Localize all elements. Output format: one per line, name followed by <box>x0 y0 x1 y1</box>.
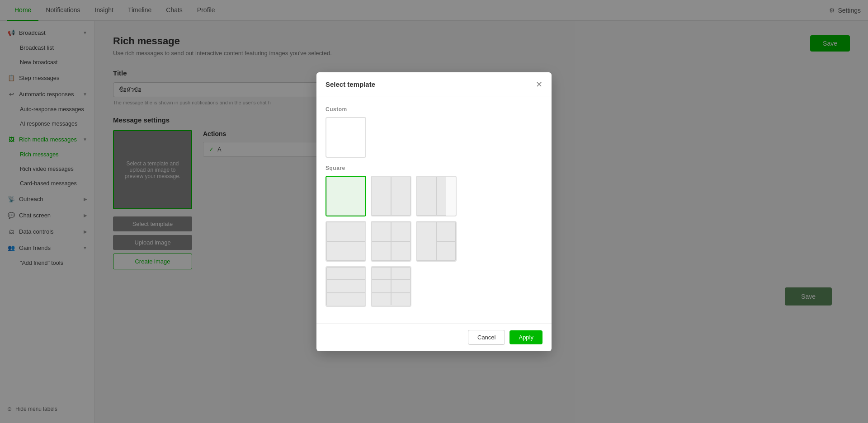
custom-templates <box>326 117 542 158</box>
select-template-modal: Select template ✕ Custom Square <box>316 72 552 351</box>
custom-section: Custom <box>326 106 542 158</box>
template-square-single[interactable] <box>326 176 366 216</box>
square-row-2 <box>326 221 542 262</box>
template-square-3rows[interactable] <box>326 266 366 307</box>
template-cell <box>326 222 365 241</box>
template-cell <box>436 241 456 261</box>
template-square-2x2[interactable] <box>371 221 411 262</box>
square-section: Square <box>326 165 542 307</box>
apply-button[interactable]: Apply <box>509 330 542 344</box>
template-cell <box>372 241 391 261</box>
template-square-1big-2right[interactable] <box>416 221 457 262</box>
template-cell <box>372 280 391 293</box>
modal-header: Select template ✕ <box>316 72 552 97</box>
template-cell <box>326 280 365 293</box>
template-square-big-right[interactable] <box>416 176 457 216</box>
custom-label: Custom <box>326 106 542 113</box>
template-square-2rows[interactable] <box>326 221 366 262</box>
template-cell <box>326 241 365 261</box>
template-cell <box>391 222 410 241</box>
template-cell <box>326 267 365 280</box>
template-cell <box>436 222 456 241</box>
square-row-3 <box>326 266 542 307</box>
template-cell <box>417 177 436 216</box>
template-cell <box>391 241 410 261</box>
modal-footer: Cancel Apply <box>316 323 552 351</box>
template-cell <box>391 280 410 293</box>
template-cell <box>372 293 391 306</box>
template-cell <box>436 177 446 216</box>
template-cell <box>326 177 365 216</box>
template-cell <box>391 267 410 280</box>
template-cell <box>372 177 391 216</box>
template-cell <box>391 177 410 216</box>
template-square-2col[interactable] <box>371 176 411 216</box>
modal-body: Custom Square <box>316 97 552 323</box>
template-square-2col-3row[interactable] <box>371 266 411 307</box>
modal-overlay: Select template ✕ Custom Square <box>0 0 868 423</box>
template-custom-blank[interactable] <box>326 117 366 158</box>
cancel-button[interactable]: Cancel <box>468 330 505 345</box>
template-cell <box>372 222 391 241</box>
template-cell <box>417 222 436 261</box>
square-row-1 <box>326 176 542 216</box>
square-label: Square <box>326 165 542 171</box>
template-cell <box>372 267 391 280</box>
template-cell <box>391 293 410 306</box>
template-cell <box>326 293 365 306</box>
modal-close-button[interactable]: ✕ <box>536 80 542 89</box>
modal-title: Select template <box>326 80 375 88</box>
